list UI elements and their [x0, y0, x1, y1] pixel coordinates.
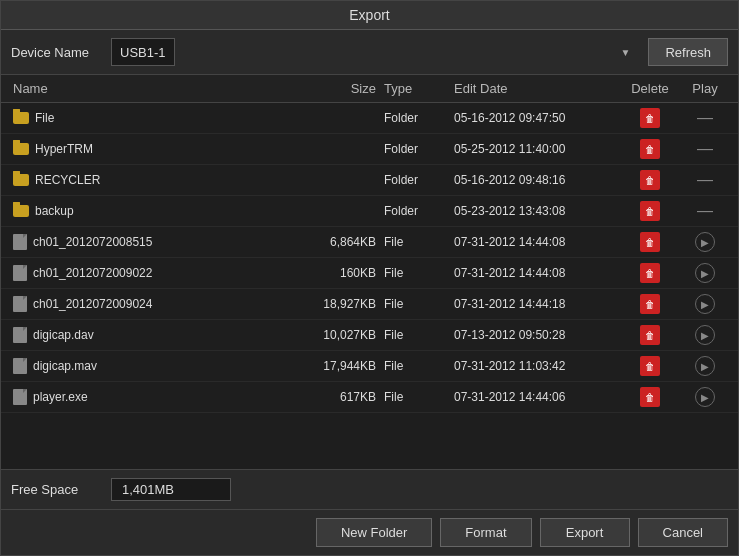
file-size	[290, 116, 380, 120]
cancel-button[interactable]: Cancel	[638, 518, 728, 547]
file-icon	[13, 265, 27, 281]
table-row: ch01_20120720085156,864KBFile07-31-2012 …	[1, 227, 738, 258]
delete-button[interactable]: 🗑	[640, 356, 660, 376]
folder-icon	[13, 205, 29, 217]
play-button[interactable]: ▶	[695, 325, 715, 345]
play-dash: —	[697, 109, 713, 126]
delete-button[interactable]: 🗑	[640, 108, 660, 128]
play-button[interactable]: ▶	[695, 356, 715, 376]
play-cell: ▶	[680, 385, 730, 409]
delete-button[interactable]: 🗑	[640, 325, 660, 345]
table-row: RECYCLERFolder05-16-2012 09:48:16🗑—	[1, 165, 738, 196]
dialog-title: Export	[1, 1, 738, 30]
free-space-label: Free Space	[11, 482, 101, 497]
play-cell: ▶	[680, 292, 730, 316]
delete-button[interactable]: 🗑	[640, 139, 660, 159]
file-size: 160KB	[290, 264, 380, 282]
delete-button[interactable]: 🗑	[640, 294, 660, 314]
delete-cell: 🗑	[620, 168, 680, 192]
table-row: digicap.mav17,944KBFile07-31-2012 11:03:…	[1, 351, 738, 382]
table-body: FileFolder05-16-2012 09:47:50🗑—HyperTRMF…	[1, 103, 738, 469]
export-dialog: Export Device Name USB1-1 USB1-2 Refresh…	[0, 0, 739, 556]
file-table: Name Size Type Edit Date Delete Play Fil…	[1, 75, 738, 469]
header-type: Type	[380, 79, 450, 98]
file-icon	[13, 234, 27, 250]
table-row: HyperTRMFolder05-25-2012 11:40:00🗑—	[1, 134, 738, 165]
delete-cell: 🗑	[620, 137, 680, 161]
free-space-row: Free Space 1,401MB	[1, 469, 738, 509]
file-size	[290, 178, 380, 182]
file-icon	[13, 358, 27, 374]
file-edit-date: 07-31-2012 11:03:42	[450, 357, 620, 375]
file-size: 18,927KB	[290, 295, 380, 313]
file-name-cell: File	[9, 109, 290, 127]
file-name: ch01_2012072009024	[33, 297, 152, 311]
file-edit-date: 07-31-2012 14:44:08	[450, 233, 620, 251]
play-cell: —	[680, 200, 730, 222]
delete-cell: 🗑	[620, 261, 680, 285]
delete-button[interactable]: 🗑	[640, 232, 660, 252]
file-type: File	[380, 264, 450, 282]
new-folder-button[interactable]: New Folder	[316, 518, 432, 547]
file-edit-date: 05-16-2012 09:48:16	[450, 171, 620, 189]
play-cell: ▶	[680, 323, 730, 347]
free-space-value: 1,401MB	[111, 478, 231, 501]
file-name-cell: RECYCLER	[9, 171, 290, 189]
file-type: Folder	[380, 202, 450, 220]
file-size: 10,027KB	[290, 326, 380, 344]
refresh-button[interactable]: Refresh	[648, 38, 728, 66]
delete-button[interactable]: 🗑	[640, 170, 660, 190]
play-button[interactable]: ▶	[695, 232, 715, 252]
table-row: digicap.dav10,027KBFile07-13-2012 09:50:…	[1, 320, 738, 351]
file-size: 617KB	[290, 388, 380, 406]
play-dash: —	[697, 171, 713, 188]
file-edit-date: 07-31-2012 14:44:18	[450, 295, 620, 313]
header-edit-date: Edit Date	[450, 79, 620, 98]
folder-icon	[13, 112, 29, 124]
file-name-cell: ch01_2012072009022	[9, 263, 290, 283]
file-icon	[13, 389, 27, 405]
table-row: FileFolder05-16-2012 09:47:50🗑—	[1, 103, 738, 134]
file-type: File	[380, 388, 450, 406]
device-select[interactable]: USB1-1 USB1-2	[111, 38, 175, 66]
folder-icon	[13, 174, 29, 186]
header-size: Size	[290, 79, 380, 98]
delete-button[interactable]: 🗑	[640, 387, 660, 407]
file-edit-date: 05-25-2012 11:40:00	[450, 140, 620, 158]
play-cell: ▶	[680, 354, 730, 378]
device-row: Device Name USB1-1 USB1-2 Refresh	[1, 30, 738, 75]
delete-cell: 🗑	[620, 292, 680, 316]
play-cell: ▶	[680, 230, 730, 254]
file-size	[290, 147, 380, 151]
delete-button[interactable]: 🗑	[640, 263, 660, 283]
delete-cell: 🗑	[620, 354, 680, 378]
file-type: Folder	[380, 109, 450, 127]
file-type: File	[380, 295, 450, 313]
delete-button[interactable]: 🗑	[640, 201, 660, 221]
device-label: Device Name	[11, 45, 101, 60]
file-name: digicap.mav	[33, 359, 97, 373]
file-type: File	[380, 357, 450, 375]
file-name-cell: digicap.dav	[9, 325, 290, 345]
file-name: player.exe	[33, 390, 88, 404]
file-icon	[13, 327, 27, 343]
delete-cell: 🗑	[620, 199, 680, 223]
play-cell: —	[680, 107, 730, 129]
play-button[interactable]: ▶	[695, 263, 715, 283]
play-button[interactable]: ▶	[695, 294, 715, 314]
play-cell: —	[680, 169, 730, 191]
file-edit-date: 05-23-2012 13:43:08	[450, 202, 620, 220]
export-button[interactable]: Export	[540, 518, 630, 547]
file-size	[290, 209, 380, 213]
file-name-cell: backup	[9, 202, 290, 220]
file-size: 17,944KB	[290, 357, 380, 375]
file-name: File	[35, 111, 54, 125]
table-header: Name Size Type Edit Date Delete Play	[1, 75, 738, 103]
table-row: player.exe617KBFile07-31-2012 14:44:06🗑▶	[1, 382, 738, 413]
file-name: digicap.dav	[33, 328, 94, 342]
file-name: RECYCLER	[35, 173, 100, 187]
format-button[interactable]: Format	[440, 518, 531, 547]
file-name: HyperTRM	[35, 142, 93, 156]
play-button[interactable]: ▶	[695, 387, 715, 407]
file-edit-date: 07-31-2012 14:44:08	[450, 264, 620, 282]
